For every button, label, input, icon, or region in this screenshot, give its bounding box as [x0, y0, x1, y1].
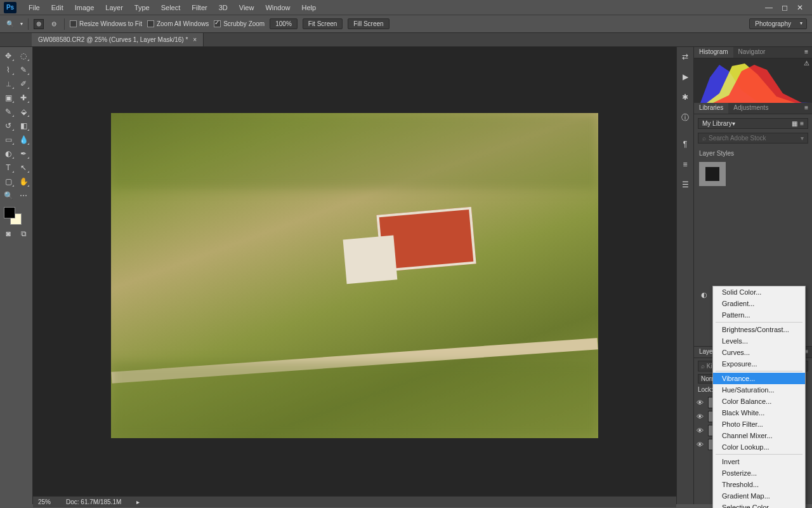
close-tab-icon[interactable]: ×: [193, 36, 197, 43]
fill-screen-button[interactable]: Fill Screen: [348, 18, 389, 29]
visibility-icon[interactable]: 👁: [697, 399, 704, 406]
menu-item-invert[interactable]: Invert: [713, 456, 805, 467]
visibility-icon[interactable]: 👁: [697, 413, 704, 420]
collapsed-panel-icon[interactable]: ¶: [679, 138, 691, 150]
collapsed-panel-icon[interactable]: ⇄: [679, 51, 691, 62]
type-tool[interactable]: T: [1, 161, 15, 174]
tab-adjustments[interactable]: Adjustments: [728, 103, 773, 114]
menu-3d[interactable]: 3D: [213, 4, 233, 11]
move-tool[interactable]: ✥: [1, 50, 15, 62]
screen-mode-toggle[interactable]: ⧉: [16, 227, 30, 240]
library-selector[interactable]: My Library▾ ▦≡: [698, 118, 808, 129]
menu-file[interactable]: File: [23, 4, 46, 11]
minimize-button[interactable]: —: [765, 3, 773, 12]
frame-tool[interactable]: ▣: [1, 91, 15, 104]
menu-item-gradient-map---[interactable]: Gradient Map...: [713, 490, 805, 502]
menu-item-posterize---[interactable]: Posterize...: [713, 467, 805, 479]
menu-edit[interactable]: Edit: [46, 4, 69, 11]
document-tab[interactable]: GW088580.CR2 @ 25% (Curves 1, Layer Mask…: [32, 33, 204, 46]
histogram-warning-icon[interactable]: ⚠: [804, 60, 809, 67]
zoom-in-icon[interactable]: ⊕: [34, 19, 44, 29]
menu-item-levels---[interactable]: Levels...: [713, 335, 805, 347]
menu-item-solid-color---[interactable]: Solid Color...: [713, 286, 805, 298]
panel-menu-icon[interactable]: ≡: [801, 47, 812, 58]
menu-image[interactable]: Image: [69, 4, 100, 11]
canvas-area[interactable]: [33, 47, 676, 504]
foreground-color-swatch[interactable]: [4, 207, 15, 218]
tab-histogram[interactable]: Histogram: [694, 47, 733, 58]
menu-select[interactable]: Select: [155, 4, 187, 11]
library-search-input[interactable]: ⌕ Search Adobe Stock ▾: [698, 133, 808, 144]
collapsed-panel-icon[interactable]: ✱: [679, 91, 691, 103]
scrubby-zoom-checkbox[interactable]: Scrubby Zoom: [214, 20, 265, 28]
menu-item-black--white---[interactable]: Black White...: [713, 407, 805, 418]
color-swatches[interactable]: [1, 207, 30, 226]
zoom-tool[interactable]: 🔍: [1, 189, 15, 202]
tab-navigator[interactable]: Navigator: [733, 47, 771, 58]
menu-item-hue-saturation---[interactable]: Hue/Saturation...: [713, 384, 805, 396]
stamp-tool[interactable]: ⬙: [16, 105, 30, 118]
workspace-switcher[interactable]: Photography: [749, 18, 807, 29]
zoom-level-display[interactable]: 25%: [38, 498, 51, 505]
menu-type[interactable]: Type: [129, 4, 155, 11]
path-select-tool[interactable]: ↖: [16, 161, 30, 174]
menu-window[interactable]: Window: [259, 4, 296, 11]
menu-item-selective-color---[interactable]: Selective Color...: [713, 502, 805, 508]
hand-tool[interactable]: ✋: [16, 175, 30, 188]
brush-tool[interactable]: ✎: [1, 105, 15, 118]
eraser-tool[interactable]: ◧: [16, 119, 30, 132]
menu-item-curves---[interactable]: Curves...: [713, 347, 805, 358]
visibility-icon[interactable]: 👁: [697, 441, 704, 448]
tool-indicator-zoom[interactable]: 🔍: [5, 19, 15, 29]
rectangle-tool[interactable]: ▢: [1, 175, 15, 188]
new-adjustment-layer-button[interactable]: ◐: [697, 290, 711, 300]
panel-menu-icon[interactable]: ≡: [801, 103, 812, 114]
edit-toolbar[interactable]: ⋯: [16, 189, 30, 202]
pen-tool[interactable]: ✒: [16, 147, 30, 160]
menu-item-exposure---[interactable]: Exposure...: [713, 358, 805, 370]
library-asset-thumb[interactable]: [699, 162, 726, 186]
fit-screen-button[interactable]: Fit Screen: [303, 18, 343, 29]
menu-item-channel-mixer---[interactable]: Channel Mixer...: [713, 430, 805, 441]
menu-item-brightness-contrast---[interactable]: Brightness/Contrast...: [713, 324, 805, 335]
visibility-icon[interactable]: 👁: [697, 427, 704, 434]
menu-item-gradient---[interactable]: Gradient...: [713, 298, 805, 309]
quick-mask-toggle[interactable]: ◙: [1, 227, 15, 240]
menu-view[interactable]: View: [233, 4, 260, 11]
collapsed-panel-icon[interactable]: ⓘ: [679, 112, 691, 123]
menu-item-color-lookup---[interactable]: Color Lookup...: [713, 441, 805, 453]
history-brush-tool[interactable]: ↺: [1, 119, 15, 132]
dodge-tool[interactable]: ◐: [1, 147, 15, 160]
chevron-down-icon[interactable]: ▾: [801, 135, 804, 142]
lasso-tool[interactable]: ⌇: [1, 64, 15, 76]
menu-item-pattern---[interactable]: Pattern...: [713, 309, 805, 321]
collapsed-panel-icon[interactable]: ▶: [679, 71, 691, 83]
gradient-tool[interactable]: ▭: [1, 133, 15, 146]
status-chevron-icon[interactable]: ▸: [136, 498, 140, 505]
close-button[interactable]: ✕: [797, 3, 803, 12]
marquee-tool[interactable]: ◌: [16, 50, 30, 62]
zoom-all-windows-checkbox[interactable]: Zoom All Windows: [147, 20, 209, 28]
menu-item-threshold---[interactable]: Threshold...: [713, 479, 805, 490]
quick-select-tool[interactable]: ✎: [16, 64, 30, 76]
grid-view-icon[interactable]: ▦: [792, 120, 797, 127]
spot-heal-tool[interactable]: ✚: [16, 91, 30, 104]
menu-item-vibrance---[interactable]: Vibrance...: [713, 373, 805, 384]
zoom-out-icon[interactable]: ⊖: [49, 19, 59, 29]
menu-item-photo-filter---[interactable]: Photo Filter...: [713, 418, 805, 430]
menu-item-color-balance---[interactable]: Color Balance...: [713, 396, 805, 407]
collapsed-panel-icon[interactable]: ☰: [679, 179, 691, 190]
doc-size-display[interactable]: Doc: 61.7M/185.1M: [66, 498, 121, 505]
menu-filter[interactable]: Filter: [186, 4, 213, 11]
resize-windows-checkbox[interactable]: Resize Windows to Fit: [70, 20, 142, 28]
zoom-100-button[interactable]: 100%: [270, 18, 298, 29]
blur-tool[interactable]: 💧: [16, 133, 30, 146]
menu-layer[interactable]: Layer: [100, 4, 129, 11]
crop-tool[interactable]: ⟂: [1, 77, 15, 90]
maximize-button[interactable]: ◻: [782, 3, 788, 12]
tab-libraries[interactable]: Libraries: [694, 103, 728, 114]
collapsed-panel-icon[interactable]: ≡: [679, 159, 691, 170]
list-view-icon[interactable]: ≡: [800, 120, 804, 127]
eyedropper-tool[interactable]: ✐: [16, 77, 30, 90]
menu-help[interactable]: Help: [296, 4, 322, 11]
